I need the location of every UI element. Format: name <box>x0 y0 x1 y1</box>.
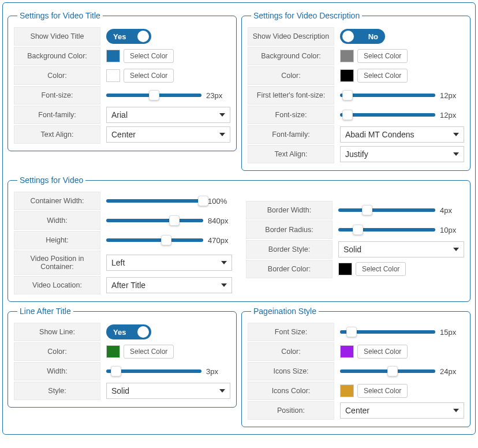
slider-video-width[interactable] <box>106 219 203 222</box>
slider-first-letter-size[interactable] <box>340 94 435 97</box>
toggle-show-video-title[interactable]: Yes <box>106 29 151 44</box>
label-show-line: Show Line: <box>14 323 100 341</box>
label-show-video-desc: Show Video Description <box>248 27 334 46</box>
label-title-color: Color: <box>14 66 100 85</box>
chevron-down-icon <box>221 261 227 264</box>
label-title-fontfamily: Font-family: <box>14 106 100 124</box>
slider-value: 15px <box>440 328 464 337</box>
select-color-button[interactable]: Select Color <box>357 384 408 398</box>
slider-value: 10px <box>440 226 464 234</box>
label-icons-color: Icons Color: <box>248 382 334 400</box>
label-border-style: Border Style: <box>246 240 333 259</box>
panel-legend: Settings for Video <box>17 176 85 185</box>
label-icons-size: Icons Size: <box>248 362 334 380</box>
chevron-down-icon <box>219 113 225 117</box>
chevron-down-icon <box>221 283 227 287</box>
panel-legend: Line After Title <box>17 307 73 316</box>
chevron-down-icon <box>453 248 459 251</box>
label-title-fontsize: Font-size: <box>14 86 100 104</box>
label-bg-color: Background Color: <box>14 47 100 65</box>
label-first-letter-size: First letter's font-size: <box>248 86 334 104</box>
swatch-pag-color <box>340 345 354 358</box>
toggle-knob <box>137 31 149 42</box>
label-border-color: Border Color: <box>246 260 333 278</box>
label-container-width: Container Width: <box>14 192 100 210</box>
slider-line-width[interactable] <box>106 369 201 373</box>
chevron-down-icon <box>453 133 459 136</box>
slider-value: 23px <box>206 91 230 100</box>
label-line-width: Width: <box>14 362 100 380</box>
label-title-textalign: Text Align: <box>14 125 100 144</box>
label-video-loc: Video Location: <box>14 276 100 294</box>
slider-value: 12px <box>440 111 464 120</box>
label-desc-fontfamily: Font-family: <box>248 125 334 144</box>
slider-value: 100% <box>208 197 232 206</box>
select-color-button[interactable]: Select Color <box>124 49 174 63</box>
settings-container: Settings for Video Title Show Video Titl… <box>2 2 476 435</box>
label-video-width: Width: <box>14 211 100 230</box>
label-line-color: Color: <box>14 342 100 361</box>
select-color-button[interactable]: Select Color <box>357 49 408 63</box>
select-color-button[interactable]: Select Color <box>124 69 174 83</box>
label-desc-color: Color: <box>248 66 334 85</box>
swatch-title-color <box>106 69 120 82</box>
panel-video: Settings for Video Container Width: 100% <box>8 176 470 302</box>
toggle-show-line[interactable]: Yes <box>106 324 151 339</box>
toggle-knob <box>342 31 354 42</box>
chevron-down-icon <box>219 133 225 136</box>
select-video-pos[interactable]: Left <box>106 255 232 271</box>
slider-video-height[interactable] <box>106 238 203 242</box>
swatch-title-bg <box>106 50 120 62</box>
label-desc-fontsize: Font-size: <box>248 106 334 124</box>
label-line-style: Style: <box>14 382 100 400</box>
chevron-down-icon <box>219 389 225 393</box>
label-desc-textalign: Text Align: <box>248 145 334 163</box>
select-color-button[interactable]: Select Color <box>124 345 174 359</box>
label-pag-fontsize: Font Size: <box>248 323 334 341</box>
slider-value: 470px <box>208 236 232 245</box>
label-border-width: Border Width: <box>246 201 333 219</box>
select-desc-fontfamily[interactable]: Abadi MT Condens <box>340 126 464 143</box>
panel-legend: Pageination Style <box>251 307 319 316</box>
label-show-video-title: Show Video Title <box>14 27 100 46</box>
panel-legend: Settings for Video Title <box>17 11 103 20</box>
slider-desc-fontsize[interactable] <box>340 113 435 117</box>
select-border-style[interactable]: Solid <box>338 241 464 257</box>
slider-title-fontsize[interactable] <box>106 94 201 97</box>
swatch-line-color <box>106 345 120 358</box>
select-desc-textalign[interactable]: Justify <box>340 146 464 162</box>
toggle-knob <box>137 326 149 338</box>
slider-value: 24px <box>440 367 464 376</box>
select-line-style[interactable]: Solid <box>106 383 230 399</box>
label-desc-bg: Background Color: <box>248 47 334 65</box>
select-pag-position[interactable]: Center <box>340 402 464 419</box>
slider-value: 840px <box>208 216 232 225</box>
slider-container-width[interactable] <box>106 199 203 203</box>
select-color-button[interactable]: Select Color <box>356 262 406 276</box>
slider-border-radius[interactable] <box>338 228 435 232</box>
panel-video-description: Settings for Video Description Show Vide… <box>241 11 470 171</box>
slider-icons-size[interactable] <box>340 369 435 373</box>
panel-legend: Settings for Video Description <box>251 11 362 20</box>
select-color-button[interactable]: Select Color <box>357 69 408 83</box>
chevron-down-icon <box>453 152 459 156</box>
select-title-textalign[interactable]: Center <box>106 126 230 143</box>
panel-line-after-title: Line After Title Show Line: Yes Color: S… <box>8 307 237 408</box>
label-video-height: Height: <box>14 231 100 249</box>
slider-value: 4px <box>440 206 464 215</box>
label-video-pos: Video Position in Container: <box>14 251 100 275</box>
swatch-desc-bg <box>340 50 354 62</box>
select-color-button[interactable]: Select Color <box>357 345 408 359</box>
chevron-down-icon <box>453 409 459 412</box>
select-video-loc[interactable]: After Title <box>106 277 232 293</box>
slider-pag-fontsize[interactable] <box>340 330 435 334</box>
panel-video-title: Settings for Video Title Show Video Titl… <box>8 11 237 151</box>
slider-value: 12px <box>440 91 464 100</box>
select-title-fontfamily[interactable]: Arial <box>106 107 230 123</box>
label-border-radius: Border Radius: <box>246 221 333 239</box>
slider-value: 3px <box>206 367 230 376</box>
slider-border-width[interactable] <box>338 208 435 212</box>
toggle-show-video-desc[interactable]: No <box>340 29 385 44</box>
label-pag-position: Position: <box>248 401 334 420</box>
panel-pagination-style: Pageination Style Font Size: 15px Color: <box>241 307 470 427</box>
